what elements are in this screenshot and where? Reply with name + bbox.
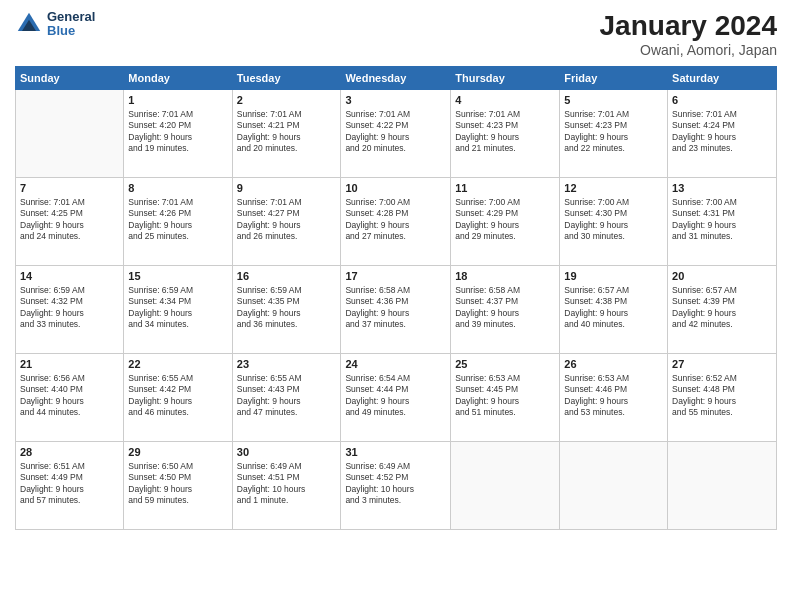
day-info: Sunrise: 6:56 AMSunset: 4:40 PMDaylight:… [20,373,119,419]
day-number: 25 [455,357,555,372]
day-number: 19 [564,269,663,284]
calendar-cell: 28Sunrise: 6:51 AMSunset: 4:49 PMDayligh… [16,442,124,530]
day-number: 1 [128,93,227,108]
calendar-cell: 4Sunrise: 7:01 AMSunset: 4:23 PMDaylight… [451,90,560,178]
calendar-title: January 2024 [600,10,777,42]
day-number: 21 [20,357,119,372]
day-info: Sunrise: 7:01 AMSunset: 4:22 PMDaylight:… [345,109,446,155]
calendar-week-4: 21Sunrise: 6:56 AMSunset: 4:40 PMDayligh… [16,354,777,442]
day-info: Sunrise: 7:01 AMSunset: 4:21 PMDaylight:… [237,109,337,155]
logo-text: General Blue [47,10,95,39]
calendar-week-2: 7Sunrise: 7:01 AMSunset: 4:25 PMDaylight… [16,178,777,266]
day-info: Sunrise: 6:59 AMSunset: 4:32 PMDaylight:… [20,285,119,331]
day-info: Sunrise: 6:52 AMSunset: 4:48 PMDaylight:… [672,373,772,419]
header-monday: Monday [124,67,232,90]
calendar-week-3: 14Sunrise: 6:59 AMSunset: 4:32 PMDayligh… [16,266,777,354]
calendar-cell [560,442,668,530]
day-number: 9 [237,181,337,196]
day-info: Sunrise: 6:53 AMSunset: 4:46 PMDaylight:… [564,373,663,419]
calendar-cell [668,442,777,530]
day-info: Sunrise: 7:01 AMSunset: 4:23 PMDaylight:… [564,109,663,155]
day-number: 3 [345,93,446,108]
calendar-cell: 16Sunrise: 6:59 AMSunset: 4:35 PMDayligh… [232,266,341,354]
day-number: 8 [128,181,227,196]
calendar-cell: 21Sunrise: 6:56 AMSunset: 4:40 PMDayligh… [16,354,124,442]
calendar-table: Sunday Monday Tuesday Wednesday Thursday… [15,66,777,530]
day-number: 20 [672,269,772,284]
calendar-cell: 31Sunrise: 6:49 AMSunset: 4:52 PMDayligh… [341,442,451,530]
calendar-cell: 11Sunrise: 7:00 AMSunset: 4:29 PMDayligh… [451,178,560,266]
day-info: Sunrise: 6:59 AMSunset: 4:34 PMDaylight:… [128,285,227,331]
header-thursday: Thursday [451,67,560,90]
day-info: Sunrise: 6:58 AMSunset: 4:36 PMDaylight:… [345,285,446,331]
calendar-cell: 3Sunrise: 7:01 AMSunset: 4:22 PMDaylight… [341,90,451,178]
day-number: 17 [345,269,446,284]
day-info: Sunrise: 7:00 AMSunset: 4:31 PMDaylight:… [672,197,772,243]
day-number: 14 [20,269,119,284]
day-info: Sunrise: 6:57 AMSunset: 4:38 PMDaylight:… [564,285,663,331]
calendar-cell: 10Sunrise: 7:00 AMSunset: 4:28 PMDayligh… [341,178,451,266]
calendar-cell: 29Sunrise: 6:50 AMSunset: 4:50 PMDayligh… [124,442,232,530]
day-info: Sunrise: 7:00 AMSunset: 4:29 PMDaylight:… [455,197,555,243]
header: General Blue January 2024 Owani, Aomori,… [15,10,777,58]
header-saturday: Saturday [668,67,777,90]
header-friday: Friday [560,67,668,90]
day-info: Sunrise: 7:01 AMSunset: 4:20 PMDaylight:… [128,109,227,155]
calendar-cell [451,442,560,530]
day-number: 29 [128,445,227,460]
page: General Blue January 2024 Owani, Aomori,… [0,0,792,612]
calendar-cell: 22Sunrise: 6:55 AMSunset: 4:42 PMDayligh… [124,354,232,442]
day-number: 22 [128,357,227,372]
day-info: Sunrise: 7:00 AMSunset: 4:30 PMDaylight:… [564,197,663,243]
calendar-subtitle: Owani, Aomori, Japan [600,42,777,58]
calendar-cell: 2Sunrise: 7:01 AMSunset: 4:21 PMDaylight… [232,90,341,178]
day-number: 26 [564,357,663,372]
day-info: Sunrise: 6:55 AMSunset: 4:42 PMDaylight:… [128,373,227,419]
title-block: January 2024 Owani, Aomori, Japan [600,10,777,58]
header-tuesday: Tuesday [232,67,341,90]
day-info: Sunrise: 6:53 AMSunset: 4:45 PMDaylight:… [455,373,555,419]
day-number: 10 [345,181,446,196]
day-number: 30 [237,445,337,460]
header-wednesday: Wednesday [341,67,451,90]
day-info: Sunrise: 6:49 AMSunset: 4:51 PMDaylight:… [237,461,337,507]
day-number: 11 [455,181,555,196]
day-number: 28 [20,445,119,460]
calendar-cell: 27Sunrise: 6:52 AMSunset: 4:48 PMDayligh… [668,354,777,442]
day-number: 12 [564,181,663,196]
calendar-cell: 9Sunrise: 7:01 AMSunset: 4:27 PMDaylight… [232,178,341,266]
day-number: 27 [672,357,772,372]
calendar-cell: 24Sunrise: 6:54 AMSunset: 4:44 PMDayligh… [341,354,451,442]
day-info: Sunrise: 6:51 AMSunset: 4:49 PMDaylight:… [20,461,119,507]
calendar-cell: 23Sunrise: 6:55 AMSunset: 4:43 PMDayligh… [232,354,341,442]
day-info: Sunrise: 7:01 AMSunset: 4:26 PMDaylight:… [128,197,227,243]
calendar-cell: 8Sunrise: 7:01 AMSunset: 4:26 PMDaylight… [124,178,232,266]
calendar-cell: 15Sunrise: 6:59 AMSunset: 4:34 PMDayligh… [124,266,232,354]
calendar-cell [16,90,124,178]
day-info: Sunrise: 6:55 AMSunset: 4:43 PMDaylight:… [237,373,337,419]
day-number: 2 [237,93,337,108]
day-number: 5 [564,93,663,108]
calendar-cell: 25Sunrise: 6:53 AMSunset: 4:45 PMDayligh… [451,354,560,442]
calendar-cell: 18Sunrise: 6:58 AMSunset: 4:37 PMDayligh… [451,266,560,354]
calendar-cell: 20Sunrise: 6:57 AMSunset: 4:39 PMDayligh… [668,266,777,354]
calendar-week-1: 1Sunrise: 7:01 AMSunset: 4:20 PMDaylight… [16,90,777,178]
calendar-cell: 1Sunrise: 7:01 AMSunset: 4:20 PMDaylight… [124,90,232,178]
calendar-cell: 19Sunrise: 6:57 AMSunset: 4:38 PMDayligh… [560,266,668,354]
day-info: Sunrise: 6:57 AMSunset: 4:39 PMDaylight:… [672,285,772,331]
day-info: Sunrise: 7:01 AMSunset: 4:24 PMDaylight:… [672,109,772,155]
calendar-cell: 7Sunrise: 7:01 AMSunset: 4:25 PMDaylight… [16,178,124,266]
day-number: 31 [345,445,446,460]
logo-blue: Blue [47,24,95,38]
calendar-cell: 14Sunrise: 6:59 AMSunset: 4:32 PMDayligh… [16,266,124,354]
day-info: Sunrise: 6:58 AMSunset: 4:37 PMDaylight:… [455,285,555,331]
calendar-cell: 13Sunrise: 7:00 AMSunset: 4:31 PMDayligh… [668,178,777,266]
calendar-cell: 26Sunrise: 6:53 AMSunset: 4:46 PMDayligh… [560,354,668,442]
day-info: Sunrise: 6:59 AMSunset: 4:35 PMDaylight:… [237,285,337,331]
day-info: Sunrise: 6:54 AMSunset: 4:44 PMDaylight:… [345,373,446,419]
logo: General Blue [15,10,95,39]
calendar-cell: 5Sunrise: 7:01 AMSunset: 4:23 PMDaylight… [560,90,668,178]
day-info: Sunrise: 7:01 AMSunset: 4:25 PMDaylight:… [20,197,119,243]
logo-icon [15,10,43,38]
day-number: 4 [455,93,555,108]
